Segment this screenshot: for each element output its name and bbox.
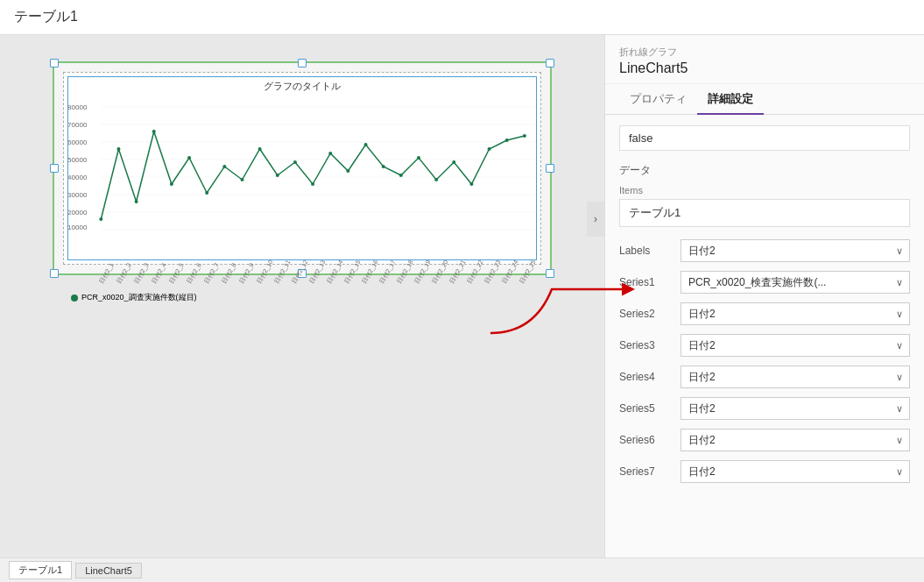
svg-text:日付2_17: 日付2_17 xyxy=(378,259,398,285)
field-row-series6: Series6日付2 xyxy=(619,429,910,451)
select-wrapper-5: 日付2 xyxy=(681,397,910,420)
field-row-series2: Series2日付2 xyxy=(619,302,910,325)
svg-point-23 xyxy=(222,165,226,168)
handle-bl[interactable] xyxy=(50,269,59,278)
svg-text:50000: 50000 xyxy=(67,156,88,164)
select-wrapper-4: 日付2 xyxy=(681,366,910,388)
field-select-series1[interactable]: PCR_x0020_検査実施件数(... xyxy=(681,271,910,294)
field-select-series3[interactable]: 日付2 xyxy=(681,334,910,357)
items-value: テーブル1 xyxy=(619,199,910,227)
select-wrapper-3: 日付2 xyxy=(681,334,910,357)
field-row-labels: Labels日付2 xyxy=(619,239,910,262)
svg-text:10000: 10000 xyxy=(67,224,88,231)
svg-point-16 xyxy=(99,217,102,221)
bottom-tab-table[interactable]: テーブル1 xyxy=(9,561,72,579)
svg-point-32 xyxy=(382,165,385,168)
canvas-area: グラフのタイトル 80000 70000 60000 50000 40000 3… xyxy=(0,35,604,557)
svg-point-40 xyxy=(523,134,526,138)
field-row-series3: Series3日付2 xyxy=(619,334,910,357)
svg-text:日付2_8: 日付2_8 xyxy=(221,262,238,285)
handle-mr[interactable] xyxy=(546,164,554,173)
tab-advanced[interactable]: 詳細設定 xyxy=(697,84,764,114)
chart-legend: PCR_x0020_調査実施件数(縦目) xyxy=(64,288,540,307)
svg-point-19 xyxy=(152,130,156,133)
select-wrapper-7: 日付2 xyxy=(681,460,910,483)
svg-text:日付2_4: 日付2_4 xyxy=(151,262,168,285)
field-select-series6[interactable]: 日付2 xyxy=(681,429,910,451)
svg-text:日付2_23: 日付2_23 xyxy=(483,259,503,285)
svg-point-17 xyxy=(116,147,120,151)
select-wrapper-2: 日付2 xyxy=(681,302,910,325)
select-wrapper-6: 日付2 xyxy=(681,429,910,451)
svg-text:日付2_5: 日付2_5 xyxy=(168,262,186,285)
svg-text:日付2_15: 日付2_15 xyxy=(343,259,363,285)
panel-tabs: プロパティ 詳細設定 xyxy=(605,84,924,115)
svg-point-27 xyxy=(293,160,297,164)
field-select-labels[interactable]: 日付2 xyxy=(681,239,910,262)
svg-text:60000: 60000 xyxy=(67,138,88,146)
handle-tm[interactable] xyxy=(298,59,307,67)
svg-text:日付2_22: 日付2_22 xyxy=(466,259,485,285)
field-row-series1: Series1PCR_x0020_検査実施件数(... xyxy=(619,271,910,294)
svg-point-33 xyxy=(399,174,403,177)
svg-point-37 xyxy=(469,182,473,186)
field-label-5: Series5 xyxy=(619,402,681,415)
svg-text:日付2_6: 日付2_6 xyxy=(186,262,203,285)
false-value-field: false xyxy=(619,125,910,151)
svg-point-35 xyxy=(434,178,438,181)
svg-point-25 xyxy=(258,147,262,151)
fields-container: Labels日付2Series1PCR_x0020_検査実施件数(...Seri… xyxy=(619,239,910,483)
items-label: Items xyxy=(619,185,910,195)
svg-text:日付2_9: 日付2_9 xyxy=(238,262,256,285)
handle-tr[interactable] xyxy=(546,59,554,67)
svg-text:日付2_18: 日付2_18 xyxy=(396,259,415,285)
svg-text:日付2_20: 日付2_20 xyxy=(431,259,450,285)
handle-ml[interactable] xyxy=(50,164,59,173)
bottom-tab-chart[interactable]: LineChart5 xyxy=(75,563,142,578)
svg-text:日付2_13: 日付2_13 xyxy=(308,259,328,285)
panel-header: 折れ線グラフ LineChart5 xyxy=(605,35,924,84)
svg-point-31 xyxy=(364,143,368,146)
top-bar: テーブル1 xyxy=(0,0,924,35)
field-select-series7[interactable]: 日付2 xyxy=(681,460,910,483)
svg-text:日付2_2: 日付2_2 xyxy=(116,262,133,285)
svg-text:日付2_21: 日付2_21 xyxy=(448,259,468,285)
field-select-series4[interactable]: 日付2 xyxy=(681,366,910,388)
svg-text:80000: 80000 xyxy=(67,103,88,111)
panel-content: false データ Items テーブル1 Labels日付2Series1PC… xyxy=(605,115,924,557)
svg-point-30 xyxy=(346,169,349,173)
panel-subtitle: 折れ線グラフ xyxy=(619,46,910,59)
svg-point-39 xyxy=(505,138,509,142)
field-row-series5: Series5日付2 xyxy=(619,397,910,420)
chart-container[interactable]: グラフのタイトル 80000 70000 60000 50000 40000 3… xyxy=(53,61,552,275)
handle-tl[interactable] xyxy=(50,59,59,67)
svg-text:70000: 70000 xyxy=(67,121,88,129)
field-row-series7: Series7日付2 xyxy=(619,460,910,483)
svg-text:日付2_3: 日付2_3 xyxy=(133,262,151,285)
field-select-series2[interactable]: 日付2 xyxy=(681,302,910,325)
select-wrapper-0: 日付2 xyxy=(681,239,910,262)
svg-point-18 xyxy=(135,200,138,203)
svg-text:日付2_19: 日付2_19 xyxy=(413,259,433,285)
svg-text:日付2_7: 日付2_7 xyxy=(203,262,221,285)
legend-dot xyxy=(71,295,78,302)
svg-text:40000: 40000 xyxy=(67,174,88,181)
field-select-series5[interactable]: 日付2 xyxy=(681,397,910,420)
svg-text:日付2_10: 日付2_10 xyxy=(256,259,275,285)
svg-point-24 xyxy=(240,178,243,181)
tab-properties[interactable]: プロパティ xyxy=(619,84,697,114)
handle-br[interactable] xyxy=(546,269,554,278)
svg-point-38 xyxy=(488,147,491,151)
field-label-7: Series7 xyxy=(619,465,681,478)
svg-text:日付2_25: 日付2_25 xyxy=(518,259,538,285)
select-wrapper-1: PCR_x0020_検査実施件数(... xyxy=(681,271,910,294)
page-title: テーブル1 xyxy=(14,8,78,26)
svg-point-20 xyxy=(170,182,173,186)
chart-svg: 80000 70000 60000 50000 40000 30000 2000… xyxy=(64,96,540,237)
svg-point-36 xyxy=(452,160,455,164)
field-label-0: Labels xyxy=(619,245,681,257)
svg-point-34 xyxy=(417,156,420,160)
svg-point-26 xyxy=(276,174,279,177)
field-label-6: Series6 xyxy=(619,434,681,446)
field-label-4: Series4 xyxy=(619,371,681,383)
